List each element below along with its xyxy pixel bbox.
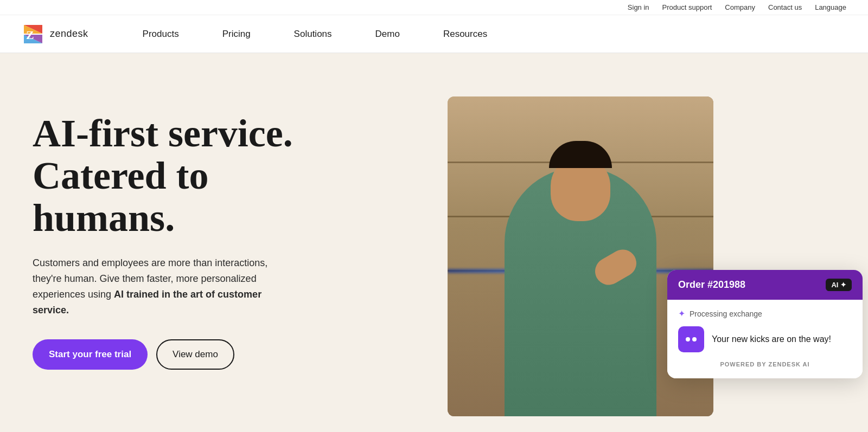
hero-left: AI-first service. Catered to humans. Cus… <box>33 96 315 370</box>
demo-nav[interactable]: Demo <box>354 15 422 53</box>
solutions-nav[interactable]: Solutions <box>272 15 354 53</box>
svg-text:Z: Z <box>26 28 34 42</box>
sign-in-link[interactable]: Sign in <box>628 3 649 11</box>
order-card: Order #201988 AI ✦ ✦ Processing exchange… <box>667 270 863 378</box>
view-demo-button[interactable]: View demo <box>156 339 234 370</box>
order-card-body: ✦ Processing exchange Your new kicks are… <box>667 300 863 378</box>
avatar-dots <box>686 337 697 341</box>
sparkle-icon: ✦ <box>678 308 685 319</box>
order-card-header: Order #201988 AI ✦ <box>667 270 863 300</box>
zendesk-logo-icon: Z <box>22 23 44 46</box>
processing-label: Processing exchange <box>690 310 762 318</box>
main-nav: Z zendesk Products Pricing Solutions Dem… <box>0 15 868 53</box>
product-support-link[interactable]: Product support <box>662 3 712 11</box>
logo-text: zendesk <box>50 28 88 40</box>
message-text: Your new kicks are on the way! <box>712 334 831 344</box>
powered-by-label: POWERED BY ZENDESK AI <box>678 361 852 367</box>
start-trial-button[interactable]: Start your free trial <box>33 339 148 370</box>
company-link[interactable]: Company <box>725 3 755 11</box>
products-nav[interactable]: Products <box>121 15 201 53</box>
dot-1 <box>686 337 690 341</box>
hero-subtext: Customers and employees are more than in… <box>33 255 293 318</box>
nav-links: Products Pricing Solutions Demo Resource… <box>121 15 846 53</box>
language-link[interactable]: Language <box>815 3 846 11</box>
dot-2 <box>692 337 697 341</box>
processing-row: ✦ Processing exchange <box>678 308 852 319</box>
top-bar: Sign in Product support Company Contact … <box>0 0 868 15</box>
hero-buttons: Start your free trial View demo <box>33 339 315 370</box>
hero-right: Order #201988 AI ✦ ✦ Processing exchange… <box>315 96 846 422</box>
ai-badge: AI ✦ <box>826 279 852 291</box>
resources-nav[interactable]: Resources <box>422 15 509 53</box>
message-row: Your new kicks are on the way! <box>678 326 852 352</box>
hero-section: AI-first service. Catered to humans. Cus… <box>0 53 868 432</box>
order-number: Order #201988 <box>678 279 745 291</box>
message-avatar <box>678 326 704 352</box>
contact-us-link[interactable]: Contact us <box>768 3 802 11</box>
logo-link[interactable]: Z zendesk <box>22 23 88 46</box>
hero-headline: AI-first service. Catered to humans. <box>33 113 315 239</box>
pricing-nav[interactable]: Pricing <box>201 15 272 53</box>
